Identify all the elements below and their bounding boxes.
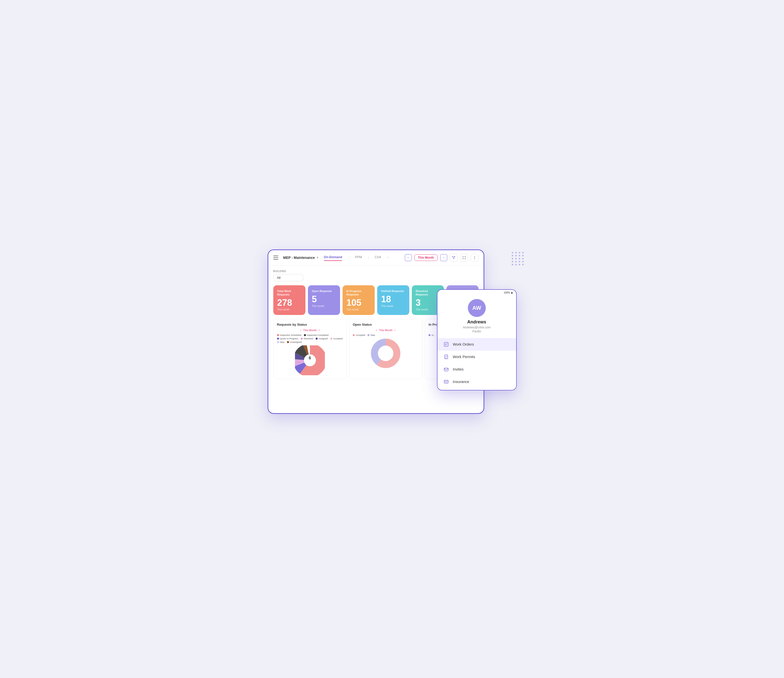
nav-tabs: On-Demand | PPM | Civil ··· — [324, 255, 400, 260]
chevron-down-icon: ▼ — [316, 256, 319, 259]
tab-ppm[interactable]: PPM — [355, 255, 362, 260]
stat-number-total: 278 — [277, 298, 302, 307]
stat-title-total: Total Work Requests — [277, 289, 302, 297]
prev-period-button[interactable]: ‹ — [405, 254, 412, 261]
mobile-status-bar: 100% ▮ — [437, 290, 516, 295]
invites-icon — [443, 367, 449, 372]
svg-rect-16 — [444, 342, 448, 346]
stat-number-onhold: 18 — [381, 295, 405, 304]
stat-sub-in-progress: This month — [347, 308, 371, 311]
profile-email: Andrews@crtmi.com — [463, 326, 490, 329]
chart-next-1[interactable]: › — [319, 328, 320, 332]
building-select[interactable]: All — [273, 274, 303, 281]
battery-percentage: 100% — [504, 291, 510, 294]
menu-item-work-orders[interactable]: Work Orders — [437, 338, 516, 351]
app-title[interactable]: MEP - Maintenance ▼ — [283, 256, 319, 260]
tab-civil[interactable]: Civil — [375, 255, 381, 260]
stat-onhold-requests: OnHold Requests 18 This month — [377, 285, 409, 315]
svg-rect-18 — [444, 368, 448, 371]
stat-title-in-progress: In Progress Requests — [347, 289, 371, 297]
stat-number-in-progress: 105 — [347, 298, 371, 307]
stat-sub-open: This month — [312, 305, 336, 308]
more-options-button[interactable]: ⋮ — [471, 253, 479, 262]
profile-name: Andrews — [467, 319, 486, 325]
menu-label-insurance: Insurance — [453, 379, 469, 384]
tab-more[interactable]: ··· — [387, 255, 390, 260]
stat-number-open: 5 — [312, 295, 336, 304]
stat-sub-onhold: This month — [381, 305, 405, 308]
stat-in-progress-requests: In Progress Requests 105 This month — [342, 285, 375, 315]
stat-title-resolved: Resolved Requests — [416, 289, 440, 297]
expand-button[interactable] — [460, 253, 468, 262]
header-controls: ‹ This Month › ⋮ — [405, 253, 479, 262]
menu-label-work-orders: Work Orders — [453, 342, 474, 346]
chart-next-2[interactable]: › — [394, 328, 395, 332]
avatar: AW — [468, 299, 486, 317]
stat-total-work-requests: Total Work Requests 278 This month — [273, 285, 305, 315]
chart-prev-1[interactable]: ‹ — [300, 328, 301, 332]
work-permits-icon — [443, 354, 449, 359]
chart-legend-1: Inspection Scheduled Inspection Complete… — [277, 334, 343, 344]
filter-button[interactable] — [450, 253, 457, 262]
decorative-dots — [512, 252, 524, 265]
filter-icon — [452, 256, 456, 260]
building-filter-label: BUILDING — [273, 270, 479, 272]
menu-item-work-permits[interactable]: Work Permits — [437, 351, 516, 363]
svg-rect-19 — [444, 380, 448, 383]
pie-chart-1: 6 — [277, 345, 343, 375]
stat-title-onhold: OnHold Requests — [381, 289, 405, 293]
profile-section: AW Andrews Andrews@crtmi.com Facilio — [437, 295, 516, 336]
chart-title-1: Requests by Status — [277, 323, 343, 327]
period-selector-button[interactable]: This Month — [414, 254, 438, 261]
chart-period-2: This Month — [379, 329, 392, 332]
stat-sub-total: This month — [277, 308, 302, 311]
expand-icon — [462, 256, 466, 260]
next-period-button[interactable]: › — [440, 254, 447, 261]
chart-requests-by-status: Requests by Status ‹ This Month › Inspec… — [273, 319, 347, 379]
menu-label-work-permits: Work Permits — [453, 355, 475, 359]
stat-sub-resolved: This month — [416, 308, 440, 311]
tablet-header: MEP - Maintenance ▼ On-Demand | PPM | Ci… — [268, 250, 484, 265]
battery-icon: ▮ — [511, 291, 513, 294]
svg-text:6: 6 — [309, 356, 311, 360]
chart-nav-1: ‹ This Month › — [277, 328, 343, 332]
mobile-menu: Work Orders Work Permits — [437, 336, 516, 390]
chart-legend-2: Accepted New — [353, 334, 418, 336]
chart-title-2: Open Status — [353, 323, 418, 327]
stat-open-requests: Open Requests 5 This month — [308, 285, 340, 315]
profile-org: Facilio — [472, 330, 481, 333]
tab-on-demand[interactable]: On-Demand — [324, 255, 342, 260]
donut-chart-2 — [353, 338, 418, 368]
hamburger-menu-icon[interactable] — [273, 256, 278, 260]
chart-period-1: This Month — [303, 329, 317, 332]
menu-label-invites: Invites — [453, 367, 464, 371]
mobile-card: 100% ▮ AW Andrews Andrews@crtmi.com Faci… — [437, 289, 517, 390]
svg-point-10 — [378, 346, 393, 361]
menu-item-invites[interactable]: Invites — [437, 363, 516, 375]
insurance-icon — [443, 379, 449, 384]
work-orders-icon — [443, 342, 449, 347]
stat-title-open: Open Requests — [312, 289, 336, 293]
stat-number-resolved: 3 — [416, 298, 440, 307]
chart-prev-2[interactable]: ‹ — [376, 328, 377, 332]
chart-open-status: Open Status ‹ This Month › Accepted New — [349, 319, 422, 379]
chart-nav-2: ‹ This Month › — [353, 328, 418, 332]
menu-item-insurance[interactable]: Insurance — [437, 375, 516, 388]
